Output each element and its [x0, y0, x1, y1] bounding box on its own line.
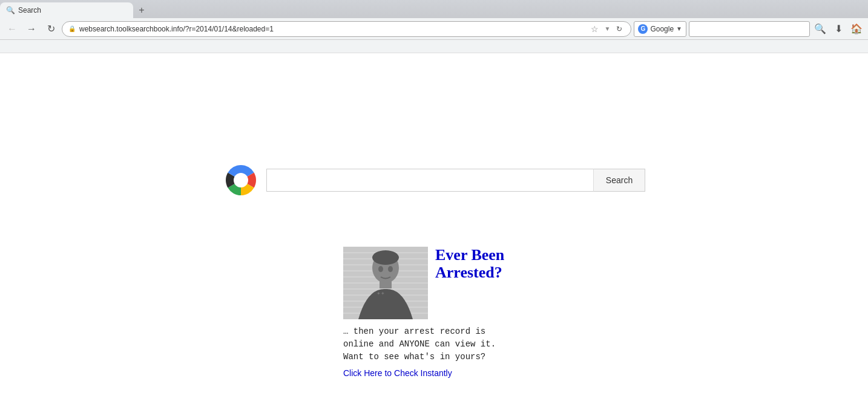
tab-favicon-icon: 🔍 — [6, 6, 15, 15]
page-content: Search — [0, 53, 868, 416]
home-icon[interactable]: 🏠 — [849, 21, 864, 37]
bookmark-star-icon[interactable]: ☆ — [588, 23, 600, 35]
new-tab-button[interactable]: + — [133, 2, 150, 18]
navigation-bar: ← → ↻ 🔒 websearch.toolksearchbook.info/?… — [0, 18, 868, 40]
security-icon: 🔒 — [68, 25, 76, 32]
svg-text:✦✦: ✦✦ — [376, 291, 385, 296]
ad-image: ✦✦ — [343, 247, 428, 319]
ad-body-text: … then your arrest record is online and … — [343, 325, 496, 363]
search-input[interactable] — [266, 169, 593, 192]
browser-window: 🔍 Search + ← → ↻ 🔒 websearch.toolksearch… — [0, 0, 868, 416]
ad-headline: Ever Been Arrested? — [435, 247, 504, 281]
search-button[interactable]: Search — [593, 169, 645, 192]
svg-point-17 — [388, 266, 393, 272]
search-section: Search — [223, 162, 645, 198]
svg-point-0 — [234, 173, 248, 187]
address-bar[interactable]: 🔒 websearch.toolksearchbook.info/?r=2014… — [62, 21, 631, 37]
advertisement-section[interactable]: ✦✦ Ever Been Arrested? … then your arres… — [343, 247, 525, 378]
svg-point-16 — [378, 266, 383, 272]
svg-rect-14 — [380, 281, 392, 288]
search-form: Search — [266, 169, 645, 192]
back-button[interactable]: ← — [4, 21, 21, 37]
forward-button[interactable]: → — [23, 21, 40, 37]
download-icon[interactable]: ⬇ — [830, 21, 846, 37]
tab-title: Search — [18, 6, 41, 15]
url-text: websearch.toolksearchbook.info/?r=2014/0… — [79, 25, 585, 33]
site-logo — [223, 162, 259, 198]
ad-cta-link[interactable]: Click Here to Check Instantly — [343, 368, 452, 378]
google-account-label: Google — [650, 25, 674, 33]
google-search-input[interactable] — [693, 25, 806, 33]
refresh-button[interactable]: ↻ — [42, 21, 59, 37]
svg-point-15 — [372, 250, 399, 265]
ad-text: Ever Been Arrested? — [428, 247, 504, 286]
google-account-button[interactable]: G Google ▼ — [634, 21, 686, 37]
google-g-icon: G — [638, 24, 648, 34]
search-magnifier-icon[interactable]: 🔍 — [812, 21, 828, 37]
google-search-box[interactable] — [689, 21, 810, 37]
page-refresh-icon[interactable]: ↻ — [614, 24, 625, 34]
bookmark-bar — [0, 40, 868, 53]
ad-card: ✦✦ Ever Been Arrested? — [343, 247, 504, 319]
google-account-dropdown-icon: ▼ — [676, 25, 682, 32]
dropdown-icon[interactable]: ▼ — [604, 25, 610, 32]
tab-bar: 🔍 Search + — [0, 0, 868, 18]
active-tab[interactable]: 🔍 Search — [0, 2, 133, 18]
